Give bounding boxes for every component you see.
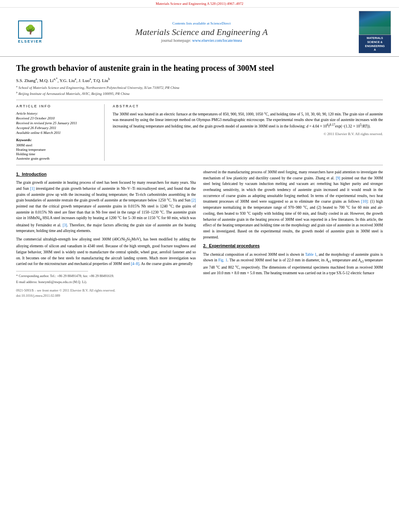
top-citation-bar: Materials Science and Engineering A 528 … <box>0 0 399 8</box>
body-col2-para-1: observed in the manufacturing process of… <box>203 169 383 240</box>
conjunction-and: and <box>186 250 191 254</box>
issn-line: 0921-5093/$ – see front matter © 2011 El… <box>16 288 196 294</box>
issn-doi-bar: 0921-5093/$ – see front matter © 2011 El… <box>16 288 196 299</box>
affiliation-b: b Beijing Institute of Aeronautical Mate… <box>16 91 383 96</box>
keywords-list: 300M steel Heating temperature Holding t… <box>16 143 98 160</box>
keyword-item: 300M steel <box>16 143 98 147</box>
received-date: Received 23 October 2010 <box>16 116 98 120</box>
accepted-date: Accepted 26 February 2011 <box>16 126 98 130</box>
article-info-abstract-section: ARTICLE INFO Article history: Received 2… <box>16 104 383 161</box>
journal-homepage-line: journal homepage: www.elsevier.com/locat… <box>52 38 351 43</box>
doi-line: doi:10.1016/j.msea.2011.02.089 <box>16 293 196 299</box>
footnote-email: E-mail address: honeymli@nwpu.edu.cn (M.… <box>16 279 196 285</box>
table1-ref: Table 1 <box>305 253 317 257</box>
contents-prefix-text: Contents lists available at <box>173 21 210 25</box>
ref-2: [2] <box>191 198 196 202</box>
authors-line: S.S. Zhanga, M.Q. Lia,*, Y.G. Liua, J. L… <box>16 77 383 83</box>
body-right-column: observed in the manufacturing process of… <box>203 169 383 299</box>
citation-text: Materials Science and Engineering A 528 … <box>156 2 243 6</box>
section2-heading: 2. Experimental procedures <box>203 242 383 249</box>
header-divider <box>16 100 383 100</box>
body-columns: 1. Introduction The grain growth of aust… <box>16 169 383 299</box>
keyword-item: Holding time <box>16 152 98 156</box>
msea-badge-area: MATERIALSSCIENCE &ENGINEERINGA <box>351 11 391 53</box>
ref-3: [3] <box>63 223 67 227</box>
affiliation-a: a School of Materials Science and Engine… <box>16 85 383 90</box>
affiliation-a-text: School of Materials Science and Engineer… <box>19 86 179 90</box>
homepage-url[interactable]: www.elsevier.com/locate/msea <box>192 38 242 43</box>
body-para-1: The grain growth of austenite in heating… <box>16 180 196 234</box>
msea-badge: MATERIALSSCIENCE &ENGINEERINGA <box>359 11 391 53</box>
msea-cover-image <box>359 11 391 35</box>
paper-title: The growth behavior of austenite grain i… <box>16 63 383 73</box>
journal-center-info: Contents lists available at ScienceDirec… <box>52 21 351 43</box>
ref-4-8: [4–8] <box>131 262 140 266</box>
ref-9: [9] <box>336 176 340 180</box>
abstract-label: ABSTRACT <box>113 104 383 108</box>
available-date: Available online 6 March 2011 <box>16 131 98 135</box>
keywords-section: Keywords: 300M steel Heating temperature… <box>16 138 98 160</box>
paper-content: The growth behavior of austenite grain i… <box>0 57 399 307</box>
revised-date: Received in revised form 25 January 2011 <box>16 121 98 125</box>
footnote-corresponding: * Corresponding author. Tel.: +86 29 884… <box>16 273 196 279</box>
sciencedirect-link[interactable]: ScienceDirect <box>210 21 230 25</box>
elsevier-wordmark: ELSEVIER <box>18 39 43 43</box>
msea-badge-text: MATERIALSSCIENCE &ENGINEERINGA <box>359 35 391 53</box>
elsevier-logo-box: 🌳 <box>18 21 42 39</box>
affiliation-b-text: Beijing Institute of Aeronautical Materi… <box>19 92 130 96</box>
body-left-column: 1. Introduction The grain growth of aust… <box>16 169 196 299</box>
body-col2-para-2: The chemical composition of as received … <box>203 252 383 276</box>
ref-1: [1] <box>30 187 35 191</box>
ref-10: [10] <box>361 199 368 203</box>
elsevier-logo: 🌳 ELSEVIER <box>8 21 52 43</box>
fig1-ref: Fig. 1 <box>218 258 228 262</box>
body-divider <box>16 165 383 165</box>
history-label: Article history: <box>16 111 98 115</box>
abstract-text: The 300M steel was heated in an electric… <box>113 111 383 129</box>
abstract-panel: ABSTRACT The 300M steel was heated in an… <box>113 104 383 161</box>
journal-header: 🌳 ELSEVIER Contents lists available at S… <box>0 8 399 57</box>
article-history: Article history: Received 23 October 201… <box>16 111 98 135</box>
keywords-label: Keywords: <box>16 138 98 142</box>
footnote-area: * Corresponding author. Tel.: +86 29 884… <box>16 273 196 285</box>
article-info-panel: ARTICLE INFO Article history: Received 2… <box>16 104 105 161</box>
article-info-label: ARTICLE INFO <box>16 104 98 108</box>
keyword-item: Austenite grain growth <box>16 156 98 160</box>
journal-title: Materials Science and Engineering A <box>52 27 351 37</box>
homepage-label-prefix: journal homepage: <box>161 38 192 43</box>
keyword-item: Heating temperature <box>16 148 98 152</box>
contents-available-line: Contents lists available at ScienceDirec… <box>52 21 351 25</box>
copyright-line: © 2011 Elsevier B.V. All rights reserved… <box>113 132 383 136</box>
body-para-2: The commercial ultrahigh-strength low al… <box>16 236 196 267</box>
elsevier-logo-area: 🌳 ELSEVIER <box>8 21 52 43</box>
elsevier-tree-icon: 🌳 <box>25 25 36 35</box>
footnote-divider <box>16 271 88 271</box>
section1-heading: 1. Introduction <box>16 171 196 177</box>
